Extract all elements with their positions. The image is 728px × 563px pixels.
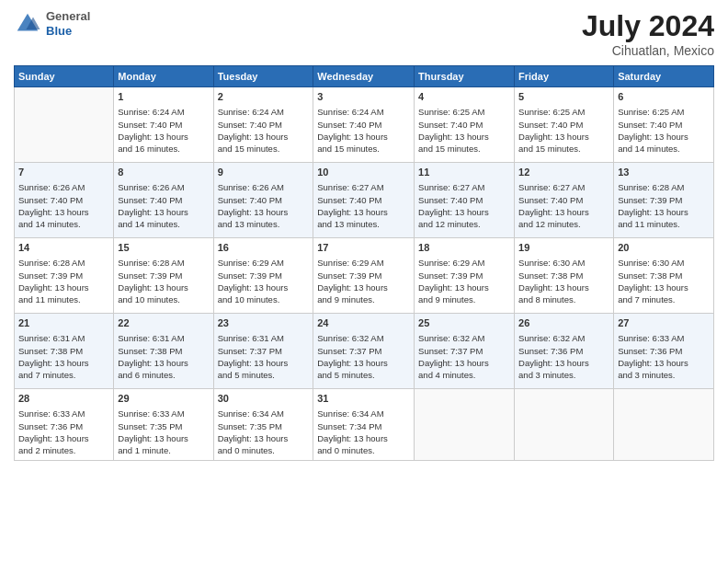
header-row: SundayMondayTuesdayWednesdayThursdayFrid…	[15, 66, 714, 87]
day-info-line: Sunset: 7:40 PM	[218, 119, 310, 131]
day-info-line: Sunrise: 6:34 AM	[317, 408, 410, 419]
day-info-line: Sunset: 7:35 PM	[118, 420, 209, 432]
day-info-line: Sunrise: 6:32 AM	[317, 332, 410, 344]
calendar-cell	[515, 389, 614, 461]
day-info-line: Sunset: 7:40 PM	[518, 194, 609, 206]
day-info-line: Sunrise: 6:29 AM	[317, 257, 410, 269]
day-info-line: Sunrise: 6:29 AM	[218, 257, 310, 269]
day-info-line: Sunrise: 6:30 AM	[618, 257, 710, 269]
calendar-cell: 16Sunrise: 6:29 AMSunset: 7:39 PMDayligh…	[213, 238, 313, 314]
calendar-cell: 10Sunrise: 6:27 AMSunset: 7:40 PMDayligh…	[313, 163, 415, 238]
day-info-line: Daylight: 13 hours	[618, 206, 710, 218]
calendar-cell: 25Sunrise: 6:32 AMSunset: 7:37 PMDayligh…	[415, 314, 515, 389]
day-number: 15	[118, 241, 209, 255]
day-info-line: Daylight: 13 hours	[418, 282, 510, 293]
day-number: 25	[418, 316, 510, 330]
day-number: 23	[218, 316, 310, 330]
calendar-cell: 15Sunrise: 6:28 AMSunset: 7:39 PMDayligh…	[114, 238, 213, 314]
calendar-table: SundayMondayTuesdayWednesdayThursdayFrid…	[14, 65, 714, 461]
day-info-line: Sunrise: 6:28 AM	[18, 257, 109, 269]
day-info-line: and 5 minutes.	[218, 369, 310, 381]
day-info-line: and 12 minutes.	[418, 218, 510, 230]
day-info-line: and 15 minutes.	[317, 143, 410, 155]
calendar-cell: 5Sunrise: 6:25 AMSunset: 7:40 PMDaylight…	[515, 87, 614, 163]
day-number: 26	[518, 316, 609, 330]
calendar-cell: 6Sunrise: 6:25 AMSunset: 7:40 PMDaylight…	[614, 87, 714, 163]
day-info-line: Daylight: 13 hours	[317, 206, 410, 218]
day-info-line: Sunrise: 6:29 AM	[418, 257, 510, 269]
day-info-line: Sunset: 7:40 PM	[118, 119, 209, 131]
day-info-line: and 14 minutes.	[118, 218, 209, 230]
day-info-line: Daylight: 13 hours	[418, 131, 510, 143]
day-info-line: Sunset: 7:39 PM	[118, 270, 209, 282]
day-info-line: Daylight: 13 hours	[518, 206, 609, 218]
logo-line2: Blue	[46, 24, 90, 39]
calendar-cell	[15, 87, 114, 163]
day-info-line: and 8 minutes.	[518, 293, 609, 305]
day-info-line: and 12 minutes.	[518, 218, 609, 230]
day-number: 4	[418, 90, 510, 104]
day-number: 14	[18, 241, 109, 255]
header-cell-saturday: Saturday	[614, 66, 714, 87]
day-info-line: and 6 minutes.	[118, 369, 209, 381]
day-info-line: Sunrise: 6:26 AM	[218, 181, 310, 193]
day-info-line: Sunrise: 6:25 AM	[618, 106, 710, 118]
day-number: 18	[418, 241, 510, 255]
calendar-cell: 20Sunrise: 6:30 AMSunset: 7:38 PMDayligh…	[614, 238, 714, 314]
day-info-line: Daylight: 13 hours	[218, 357, 310, 369]
day-info-line: and 0 minutes.	[317, 444, 410, 456]
day-info-line: Sunset: 7:39 PM	[18, 270, 109, 282]
calendar-cell	[614, 389, 714, 461]
day-number: 30	[218, 392, 310, 406]
day-number: 20	[618, 241, 710, 255]
day-number: 28	[18, 392, 109, 406]
week-row-4: 21Sunrise: 6:31 AMSunset: 7:38 PMDayligh…	[15, 314, 714, 389]
day-info-line: Daylight: 13 hours	[317, 131, 410, 143]
day-number: 13	[618, 166, 710, 179]
day-info-line: Sunrise: 6:26 AM	[118, 181, 209, 193]
day-number: 24	[317, 316, 410, 330]
header-cell-sunday: Sunday	[15, 66, 114, 87]
calendar-cell: 9Sunrise: 6:26 AMSunset: 7:40 PMDaylight…	[213, 163, 313, 238]
day-info-line: Sunrise: 6:24 AM	[118, 106, 209, 118]
day-info-line: Sunrise: 6:27 AM	[317, 181, 410, 193]
week-row-5: 28Sunrise: 6:33 AMSunset: 7:36 PMDayligh…	[15, 389, 714, 461]
day-info-line: Daylight: 13 hours	[317, 282, 410, 293]
calendar-cell: 2Sunrise: 6:24 AMSunset: 7:40 PMDaylight…	[213, 87, 313, 163]
day-info-line: and 9 minutes.	[317, 293, 410, 305]
day-info-line: and 3 minutes.	[518, 369, 609, 381]
calendar-cell	[415, 389, 515, 461]
day-info-line: Sunrise: 6:33 AM	[118, 408, 209, 419]
calendar-cell: 11Sunrise: 6:27 AMSunset: 7:40 PMDayligh…	[415, 163, 515, 238]
day-number: 9	[218, 166, 310, 179]
day-info-line: Daylight: 13 hours	[418, 357, 510, 369]
day-info-line: Sunrise: 6:34 AM	[218, 408, 310, 419]
day-number: 10	[317, 166, 410, 179]
day-info-line: and 2 minutes.	[18, 444, 109, 456]
day-info-line: Daylight: 13 hours	[218, 131, 310, 143]
day-info-line: and 13 minutes.	[218, 218, 310, 230]
day-number: 2	[218, 90, 310, 104]
day-info-line: Sunrise: 6:33 AM	[618, 332, 710, 344]
day-info-line: Daylight: 13 hours	[218, 206, 310, 218]
day-info-line: Sunrise: 6:25 AM	[518, 106, 609, 118]
calendar-cell: 31Sunrise: 6:34 AMSunset: 7:34 PMDayligh…	[313, 389, 415, 461]
day-info-line: Sunset: 7:35 PM	[218, 420, 310, 432]
calendar-cell: 29Sunrise: 6:33 AMSunset: 7:35 PMDayligh…	[114, 389, 213, 461]
day-info-line: Daylight: 13 hours	[418, 206, 510, 218]
day-number: 19	[518, 241, 609, 255]
day-info-line: Sunset: 7:36 PM	[18, 420, 109, 432]
day-number: 7	[18, 166, 109, 179]
calendar-cell: 4Sunrise: 6:25 AMSunset: 7:40 PMDaylight…	[415, 87, 515, 163]
day-info-line: Sunrise: 6:30 AM	[518, 257, 609, 269]
day-info-line: Sunset: 7:38 PM	[618, 270, 710, 282]
day-info-line: Daylight: 13 hours	[118, 206, 209, 218]
day-info-line: Sunset: 7:38 PM	[18, 345, 109, 357]
day-info-line: Sunset: 7:39 PM	[418, 270, 510, 282]
day-info-line: Daylight: 13 hours	[118, 131, 209, 143]
logo-line1: General	[46, 9, 90, 24]
day-info-line: Sunset: 7:39 PM	[618, 194, 710, 206]
location: Cihuatlan, Mexico	[582, 43, 714, 58]
day-info-line: and 13 minutes.	[317, 218, 410, 230]
calendar-cell: 13Sunrise: 6:28 AMSunset: 7:39 PMDayligh…	[614, 163, 714, 238]
